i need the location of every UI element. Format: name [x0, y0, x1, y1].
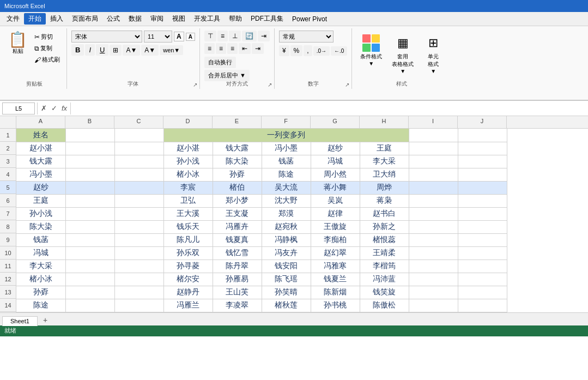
cell-b2[interactable]: [65, 142, 114, 155]
font-color-button[interactable]: A▼: [141, 45, 159, 56]
col-header-c[interactable]: C: [114, 116, 163, 128]
indent-decrease-button[interactable]: ⇤: [239, 43, 251, 54]
menu-item-help[interactable]: 帮助: [225, 13, 246, 25]
row-num-2[interactable]: 2: [0, 142, 16, 155]
row-num-9[interactable]: 9: [0, 233, 16, 246]
cell-j6[interactable]: [458, 194, 507, 207]
menu-item-review[interactable]: 审阅: [146, 13, 168, 25]
cell-j4[interactable]: [458, 168, 507, 181]
col-header-i[interactable]: I: [409, 116, 458, 128]
cell-e13[interactable]: 王山芙: [213, 286, 262, 299]
cell-d14[interactable]: 冯雁兰: [163, 299, 213, 312]
col-header-f[interactable]: F: [262, 116, 311, 128]
cell-g12[interactable]: 钱夏兰: [311, 273, 360, 286]
cell-h12[interactable]: 冯沛蓝: [360, 273, 409, 286]
cell-e14[interactable]: 李凌翠: [213, 299, 262, 312]
cell-h13[interactable]: 钱笑旋: [360, 286, 409, 299]
cell-c13[interactable]: [114, 286, 163, 299]
cell-e12[interactable]: 孙雁易: [213, 273, 262, 286]
cell-j7[interactable]: [458, 207, 507, 220]
cell-h11[interactable]: 李楷筠: [360, 260, 409, 273]
cell-c3[interactable]: [114, 155, 163, 168]
cell-j1[interactable]: [458, 129, 507, 142]
cell-h9[interactable]: 楮恨蕊: [360, 233, 409, 246]
row-num-14[interactable]: 14: [0, 299, 16, 312]
percent-button[interactable]: %: [290, 45, 303, 56]
cell-c12[interactable]: [114, 273, 163, 286]
cell-b9[interactable]: [65, 233, 114, 246]
cell-j13[interactable]: [458, 286, 507, 299]
orientation-button[interactable]: 🔄: [242, 31, 257, 41]
menu-item-file[interactable]: 文件: [2, 13, 24, 25]
cell-f7[interactable]: 郑漠: [262, 207, 311, 220]
row-num-7[interactable]: 7: [0, 207, 16, 220]
cell-g7[interactable]: 赵律: [311, 207, 360, 220]
row-num-12[interactable]: 12: [0, 273, 16, 286]
cell-a10[interactable]: 冯城: [16, 246, 65, 260]
cell-e2[interactable]: 钱大露: [213, 142, 262, 155]
cell-a2[interactable]: 赵小湛: [16, 142, 65, 155]
font-name-select[interactable]: 宋体: [71, 31, 142, 43]
cell-h7[interactable]: 赵书白: [360, 207, 409, 220]
cell-g8[interactable]: 王傲旋: [311, 220, 360, 233]
cell-c1[interactable]: [114, 129, 163, 142]
text-format-button[interactable]: wen▼: [160, 45, 183, 55]
cell-c9[interactable]: [114, 233, 163, 246]
font-size-decrease-button[interactable]: A: [186, 33, 195, 41]
cell-d8[interactable]: 钱乐天: [163, 220, 213, 233]
cell-d11[interactable]: 孙寻菱: [163, 260, 213, 273]
cell-a4[interactable]: 冯小墨: [16, 168, 65, 181]
col-header-h[interactable]: H: [360, 116, 409, 128]
cell-b12[interactable]: [65, 273, 114, 286]
cell-h3[interactable]: 李大采: [360, 155, 409, 168]
cell-g14[interactable]: 孙书桃: [311, 299, 360, 312]
row-num-11[interactable]: 11: [0, 260, 16, 273]
cell-d3[interactable]: 孙小浅: [163, 155, 213, 168]
cell-j2[interactable]: [458, 142, 507, 155]
cell-c2[interactable]: [114, 142, 163, 155]
cell-e6[interactable]: 郑小梦: [213, 194, 262, 207]
row-num-4[interactable]: 4: [0, 168, 16, 181]
cell-j8[interactable]: [458, 220, 507, 233]
cell-d10[interactable]: 孙乐双: [163, 246, 213, 260]
align-middle-button[interactable]: ≡: [217, 31, 228, 41]
cell-h4[interactable]: 卫大绡: [360, 168, 409, 181]
cell-i6[interactable]: [409, 194, 458, 207]
cell-c6[interactable]: [114, 194, 163, 207]
cell-i4[interactable]: [409, 168, 458, 181]
font-size-increase-button[interactable]: A: [174, 32, 184, 41]
cell-i14[interactable]: [409, 299, 458, 312]
bold-button[interactable]: B: [71, 44, 84, 56]
cell-g6[interactable]: 吴岚: [311, 194, 360, 207]
cell-i3[interactable]: [409, 155, 458, 168]
wrap-text-button[interactable]: 自动换行: [204, 57, 236, 68]
cell-b10[interactable]: [65, 246, 114, 260]
cell-g4[interactable]: 周小然: [311, 168, 360, 181]
conditional-format-button[interactable]: 条件格式 ▼: [356, 31, 386, 69]
cell-b14[interactable]: [65, 299, 114, 312]
align-right-button[interactable]: ≡: [227, 43, 238, 54]
cell-e10[interactable]: 钱忆雪: [213, 246, 262, 260]
copy-button[interactable]: ⧉复制: [32, 43, 62, 53]
cell-a1[interactable]: 姓名: [16, 129, 65, 142]
cell-d5[interactable]: 李宸: [163, 181, 213, 194]
row-num-10[interactable]: 10: [0, 246, 16, 260]
cell-c11[interactable]: [114, 260, 163, 273]
align-center-button[interactable]: ≡: [216, 43, 226, 54]
cell-c5[interactable]: [114, 181, 163, 194]
cell-g13[interactable]: 陈新烟: [311, 286, 360, 299]
cell-c7[interactable]: [114, 207, 163, 220]
cell-f14[interactable]: 楮秋莲: [262, 299, 311, 312]
align-left-button[interactable]: ≡: [204, 43, 215, 54]
cell-b7[interactable]: [65, 207, 114, 220]
cell-h6[interactable]: 蒋枭: [360, 194, 409, 207]
cell-e11[interactable]: 陈丹翠: [213, 260, 262, 273]
cell-c8[interactable]: [114, 220, 163, 233]
cancel-icon[interactable]: ✗: [40, 104, 48, 112]
cell-h5[interactable]: 周烨: [360, 181, 409, 194]
cell-i10[interactable]: [409, 246, 458, 260]
cell-f2[interactable]: 冯小墨: [262, 142, 311, 155]
cell-e3[interactable]: 陈大染: [213, 155, 262, 168]
cell-b8[interactable]: [65, 220, 114, 233]
cell-f11[interactable]: 钱安阳: [262, 260, 311, 273]
